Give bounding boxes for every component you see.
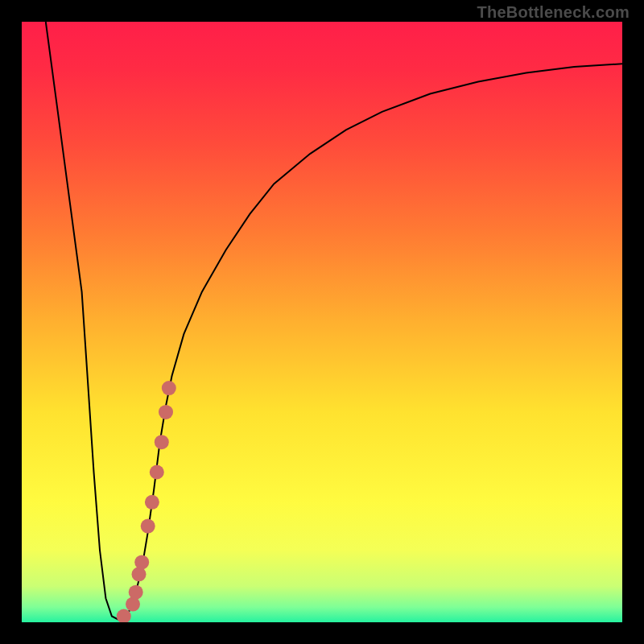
watermark-text: TheBottleneck.com [477,3,630,22]
chart-frame: TheBottleneck.com [0,0,644,644]
marker-dot [141,519,155,534]
marker-dot [162,381,176,395]
chart-background [22,22,622,622]
marker-dot [134,555,149,569]
marker-dot [159,405,173,419]
marker-dot [145,495,159,510]
marker-dot [129,585,143,600]
marker-dot [150,465,164,480]
marker-dot [155,435,169,449]
chart-plot [22,22,622,622]
